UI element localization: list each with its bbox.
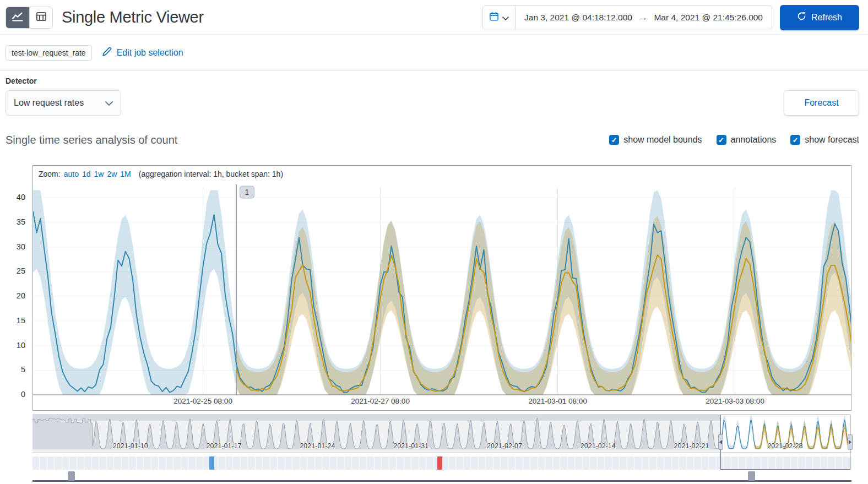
context-brush[interactable]: [720, 415, 850, 470]
forecast-button[interactable]: Forecast: [784, 90, 859, 116]
x-tick-label: 2021-02-27 08:00: [351, 397, 410, 405]
forecast-bounds-area: [236, 216, 851, 395]
date-range-picker: Jan 3, 2021 @ 04:18:12.000 → Mar 4, 2021…: [482, 5, 772, 30]
refresh-button[interactable]: Refresh: [780, 5, 859, 30]
checkbox-checked-icon: ✓: [790, 135, 800, 145]
context-tick-label: 2021-02-07: [487, 442, 522, 450]
chevron-down-icon: [502, 13, 509, 23]
job-badge[interactable]: test-low_request_rate: [6, 45, 92, 61]
line-chart-icon: [12, 11, 23, 24]
anomaly-marker-critical[interactable]: [437, 456, 442, 470]
x-tick-label: 2021-03-03 08:00: [706, 397, 764, 405]
detector-label: Detector: [6, 77, 37, 85]
checkbox-checked-icon: ✓: [717, 135, 726, 145]
y-tick-label: 0: [21, 390, 25, 399]
bottom-divider: [32, 480, 851, 482]
context-tick-label: 2021-02-14: [581, 442, 616, 450]
anomaly-marker-warning[interactable]: [209, 456, 214, 470]
annotations-label: annotations: [731, 135, 777, 145]
checkbox-checked-icon: ✓: [609, 135, 619, 145]
quick-select-button[interactable]: [483, 6, 516, 30]
job-selection-bar: test-low_request_rate Edit job selection: [0, 36, 868, 70]
edit-job-selection-link[interactable]: Edit job selection: [102, 47, 183, 59]
context-tick-label: 2021-01-31: [393, 442, 428, 450]
annotation-context-marker[interactable]: [68, 471, 75, 481]
table-view-button[interactable]: [29, 7, 52, 28]
date-range-display: Jan 3, 2021 @ 04:18:12.000 → Mar 4, 2021…: [516, 6, 772, 30]
y-tick-label: 20: [17, 291, 25, 300]
y-tick-label: 40: [17, 193, 25, 202]
x-tick-label: 2021-02-25 08:00: [173, 397, 232, 405]
zoom-2w-link[interactable]: 2w: [107, 170, 117, 178]
annotations-checkbox[interactable]: ✓ annotations: [717, 135, 777, 145]
annotation-badge-label: 1: [245, 188, 249, 197]
aggregation-info: (aggregation interval: 1h, bucket span: …: [139, 170, 283, 178]
zoom-auto-link[interactable]: auto: [64, 170, 79, 178]
show-forecast-label: show forecast: [805, 135, 859, 145]
pencil-icon: [102, 47, 112, 59]
chart-option-checkboxes: ✓ show model bounds ✓ annotations ✓ show…: [609, 135, 859, 145]
page-title: Single Metric Viewer: [62, 8, 204, 26]
calendar-icon: [489, 12, 499, 24]
y-tick-label: 35: [17, 217, 25, 226]
table-icon: [36, 11, 47, 24]
context-tick-label: 2021-01-24: [300, 442, 335, 450]
edit-job-selection-label: Edit job selection: [117, 48, 183, 58]
context-tick-label: 2021-01-17: [207, 442, 242, 450]
context-tick-label: 2021-02-21: [674, 442, 709, 450]
brush-handle-right[interactable]: [848, 434, 853, 450]
focus-chart-panel: 2021-02-25 08:002021-02-27 08:002021-03-…: [32, 165, 851, 411]
focus-chart-y-axis: 0510152025303540: [0, 166, 28, 411]
annotation-context-marker[interactable]: [748, 471, 755, 481]
zoom-label: Zoom:: [39, 170, 61, 178]
refresh-icon: [797, 12, 806, 23]
detector-select[interactable]: Low request rates: [6, 90, 121, 116]
show-model-bounds-checkbox[interactable]: ✓ show model bounds: [609, 135, 702, 145]
end-date-button[interactable]: Mar 4, 2021 @ 21:45:26.000: [654, 13, 763, 23]
page-header: Single Metric Viewer Jan 3, 2021 @ 04:18…: [0, 0, 868, 35]
x-tick-label: 2021-03-01 08:00: [528, 397, 587, 405]
detector-selected-option: Low request rates: [14, 98, 84, 108]
analysis-title: Single time series analysis of count: [6, 134, 177, 146]
brush-handle-left[interactable]: [718, 434, 723, 450]
show-forecast-checkbox[interactable]: ✓ show forecast: [790, 135, 859, 145]
y-tick-label: 30: [17, 242, 25, 251]
context-tick-label: 2021-01-10: [113, 442, 148, 450]
zoom-1M-link[interactable]: 1M: [120, 170, 131, 178]
brush-handle-right-arrow-icon: [849, 440, 851, 444]
refresh-button-label: Refresh: [811, 13, 842, 23]
y-tick-label: 10: [17, 341, 25, 350]
show-model-bounds-label: show model bounds: [623, 135, 702, 145]
analysis-header: Single time series analysis of count ✓ s…: [6, 128, 859, 152]
y-tick-label: 15: [17, 316, 25, 325]
zoom-bar: Zoom: auto 1d 1w 2w 1M (aggregation inte…: [39, 170, 283, 178]
zoom-1w-link[interactable]: 1w: [94, 170, 104, 178]
brush-handle-left-arrow-icon: [719, 440, 722, 444]
select-chevron-down-icon: [105, 98, 113, 108]
y-tick-label: 5: [21, 365, 25, 374]
start-date-button[interactable]: Jan 3, 2021 @ 04:18:12.000: [524, 13, 632, 23]
date-range-arrow-icon: →: [639, 13, 648, 23]
view-toggle-group: [6, 7, 53, 29]
focus-chart-svg[interactable]: 2021-02-25 08:002021-02-27 08:002021-03-…: [33, 166, 851, 410]
chart-view-button[interactable]: [6, 7, 29, 28]
y-tick-label: 25: [17, 267, 25, 275]
zoom-1d-link[interactable]: 1d: [82, 170, 91, 178]
